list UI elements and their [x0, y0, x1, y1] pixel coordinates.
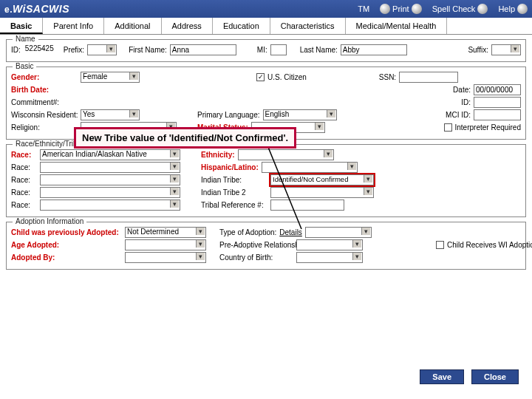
interpreter-label: Interpreter Required	[455, 123, 522, 132]
lastname-input[interactable]	[341, 44, 407, 55]
annotation-callout: New Tribe value of 'Identified/Not Confi…	[74, 127, 296, 149]
tab-additional[interactable]: Additional	[104, 18, 161, 34]
mi-input[interactable]	[270, 44, 287, 55]
tab-parent-info[interactable]: Parent Info	[43, 18, 104, 34]
tribalref-input[interactable]	[270, 200, 344, 211]
tab-characteristics[interactable]: Characteristics	[270, 18, 346, 34]
details-link[interactable]: Details	[279, 228, 302, 236]
country-select[interactable]	[296, 252, 363, 263]
commitment-label: Commitment#:	[11, 98, 78, 106]
prevadopt-select[interactable]: Not Determined	[125, 227, 206, 238]
indiantribe2-label: Indian Tribe 2	[201, 188, 267, 197]
app-header: e.WiSACWIS TM Print Spell Check Help	[0, 0, 532, 18]
tab-education[interactable]: Education	[213, 18, 270, 34]
id-label: ID:	[11, 46, 21, 54]
typeadopt-label: Type of Adoption:	[219, 228, 276, 236]
close-button[interactable]: Close	[471, 369, 519, 384]
ssn-label: SSN:	[379, 73, 396, 81]
firstname-input[interactable]	[170, 44, 236, 55]
adoption-group-title: Adoption Information	[13, 217, 86, 225]
plang-label: Primary Language:	[197, 111, 260, 119]
adoptedby-label: Adopted By:	[11, 253, 122, 262]
spellcheck-button[interactable]: Spell Check	[432, 4, 488, 14]
hispanic-select[interactable]	[262, 162, 358, 173]
indiantribe2-select[interactable]	[270, 187, 374, 198]
print-button[interactable]: Print	[380, 4, 422, 14]
religion-label: Religion:	[11, 123, 78, 132]
help-icon	[517, 4, 528, 14]
date-input[interactable]	[474, 84, 521, 95]
name-group: Name ID: 5225425 Prefix: First Name: MI:…	[6, 39, 526, 62]
date-label: Date:	[453, 86, 471, 94]
id2-label: ID:	[461, 98, 471, 106]
assist-checkbox[interactable]	[436, 241, 444, 249]
tm-link[interactable]: TM	[358, 4, 369, 13]
wisres-label: Wisconsin Resident:	[11, 111, 78, 119]
race2-select[interactable]	[40, 162, 180, 173]
app-logo: e.WiSACWIS	[4, 3, 69, 15]
uscitizen-checkbox[interactable]: ✓	[256, 73, 265, 81]
prefix-label: Prefix:	[64, 46, 84, 54]
tribalref-label: Tribal Reference #:	[201, 201, 267, 209]
race3-label: Race:	[11, 176, 37, 184]
birthdate-label: Birth Date:	[11, 86, 78, 94]
ageadopt-label: Age Adopted:	[11, 241, 122, 249]
country-label: Country of Birth:	[219, 253, 293, 262]
race-group: Race/Ethnicity/Tribal Identification Rac…	[6, 144, 526, 217]
save-button[interactable]: Save	[420, 369, 464, 384]
mciid-input[interactable]	[474, 109, 521, 120]
interpreter-checkbox[interactable]	[444, 123, 452, 132]
preadopt-select[interactable]	[296, 239, 363, 250]
prevadopt-label: Child was previously Adopted:	[11, 228, 122, 236]
race5-label: Race:	[11, 201, 37, 209]
indiantribe-label: Indian Tribe:	[201, 176, 267, 184]
adoption-group: Adoption Information Child was previousl…	[6, 222, 526, 270]
race4-label: Race:	[11, 188, 37, 197]
button-bar: Save Close	[420, 369, 519, 384]
ssn-input[interactable]	[399, 72, 458, 83]
help-button[interactable]: Help	[498, 4, 528, 14]
ageadopt-select[interactable]	[125, 239, 206, 250]
preadopt-label: Pre-Adoptive Relationship to Child:	[219, 241, 293, 249]
race5-select[interactable]	[40, 200, 180, 211]
basic-group-title: Basic	[13, 62, 36, 70]
name-group-title: Name	[13, 35, 38, 43]
race1-label: Race:	[11, 151, 37, 159]
ethnicity-label: Ethnicity:	[201, 151, 235, 159]
id2-input[interactable]	[474, 97, 521, 108]
mciid-label: MCI ID:	[446, 111, 471, 119]
race3-select[interactable]	[40, 174, 180, 185]
hispanic-label: Hispanic/Latino:	[201, 163, 259, 171]
tab-medical[interactable]: Medical/Mental Health	[346, 18, 448, 34]
assist-label: Child Receives WI Adoption Assistance	[447, 241, 521, 249]
ethnicity-select[interactable]	[238, 149, 334, 160]
adoptedby-select[interactable]	[125, 252, 206, 263]
uscitizen-label: U.S. Citizen	[267, 73, 307, 81]
wisres-select[interactable]: Yes	[81, 109, 140, 120]
race2-label: Race:	[11, 163, 37, 171]
tab-bar: Basic Parent Info Additional Address Edu…	[0, 18, 532, 35]
race4-select[interactable]	[40, 187, 180, 198]
id-value: 5225425	[24, 44, 61, 55]
race1-select[interactable]: American Indian/Alaskan Native	[40, 149, 180, 160]
globe-icon	[380, 4, 390, 14]
tab-address[interactable]: Address	[162, 18, 213, 34]
prefix-select[interactable]	[87, 44, 117, 55]
mi-label: MI:	[257, 46, 267, 54]
abc-icon	[477, 4, 488, 14]
suffix-label: Suffix:	[468, 46, 488, 54]
gender-label: Gender:	[11, 73, 78, 81]
indiantribe-select[interactable]: Identified/Not Confirmed	[270, 174, 374, 185]
suffix-select[interactable]	[491, 44, 521, 55]
plang-select[interactable]: English	[263, 109, 337, 120]
tab-basic[interactable]: Basic	[0, 18, 43, 34]
lastname-label: Last Name:	[300, 46, 338, 54]
gender-select[interactable]: Female	[81, 72, 140, 83]
firstname-label: First Name:	[129, 46, 167, 54]
printer-icon	[412, 4, 422, 14]
typeadopt-select[interactable]	[305, 227, 372, 238]
